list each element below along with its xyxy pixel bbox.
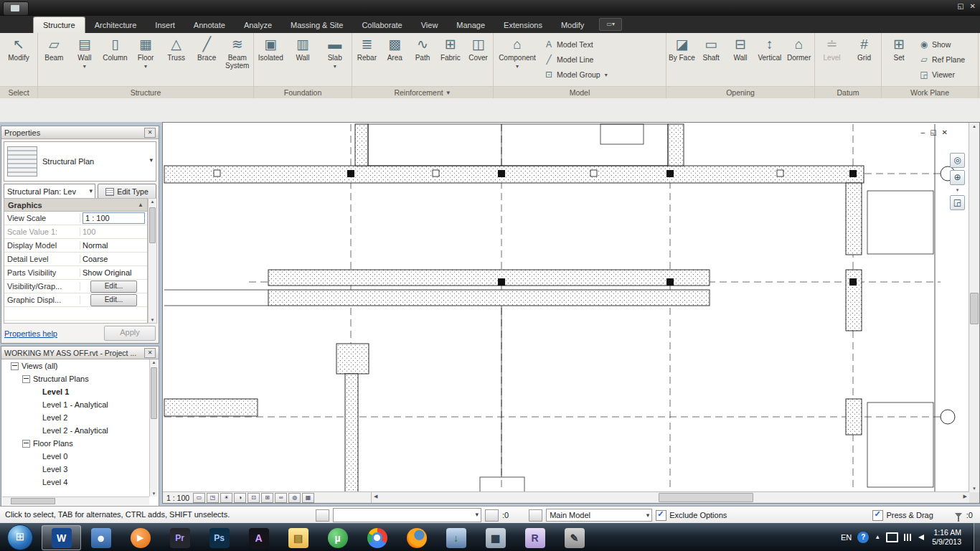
tree-item-level-2-analytical[interactable]: Level 2 - Analytical <box>2 424 149 437</box>
photoshop-taskbar-button[interactable]: Ps <box>199 525 239 550</box>
walls[interactable] <box>164 124 864 492</box>
project-browser-close-icon[interactable]: ✕ <box>144 348 156 358</box>
help-icon[interactable]: ? <box>857 532 869 543</box>
show-work-plane-button[interactable]: ◉ Show <box>915 37 969 52</box>
exclude-options-checkbox[interactable]: Exclude Options <box>656 510 727 521</box>
tree-item-floor-plans[interactable]: Floor Plans <box>2 437 149 450</box>
view-close-icon[interactable]: ✕ <box>942 128 948 136</box>
truss-button[interactable]: △ Truss <box>161 34 192 85</box>
panel-label-model[interactable]: Model <box>494 86 666 98</box>
detail-level-icon[interactable]: ▭ <box>193 493 205 503</box>
idm-taskbar-button[interactable]: ↓ <box>436 525 476 550</box>
scroll-down-icon[interactable]: ▼ <box>149 318 156 322</box>
properties-header[interactable]: Properties ✕ <box>1 126 159 139</box>
tab-manage[interactable]: Manage <box>447 17 494 33</box>
scroll-up-icon[interactable]: ▲ <box>969 124 979 128</box>
volume-icon[interactable] <box>918 534 924 540</box>
shadows-icon[interactable]: ◑ <box>234 493 246 503</box>
visual-style-icon[interactable]: ◳ <box>207 493 219 503</box>
sun-path-icon[interactable]: ☀ <box>220 493 232 503</box>
browser-hscrollbar[interactable] <box>2 496 149 505</box>
section-graphics[interactable]: Graphics ▲ <box>4 199 147 212</box>
tree-item-level-1-analytical[interactable]: Level 1 - Analytical <box>2 398 149 411</box>
beam-button[interactable]: ▱ Beam <box>39 34 70 85</box>
properties-close-icon[interactable]: ✕ <box>144 128 156 138</box>
scroll-left-icon[interactable]: ◀ <box>374 494 377 499</box>
cover-button[interactable]: ◫ Cover <box>464 34 492 85</box>
properties-scrollbar[interactable]: ▲ ▼ <box>148 198 157 324</box>
tree-item-level-4[interactable]: Level 4 <box>2 476 149 489</box>
area-reinforcement-button[interactable]: ▩ Area <box>381 34 409 85</box>
shaft-button[interactable]: ▭ Shaft <box>697 34 726 85</box>
scroll-down-icon[interactable]: ▼ <box>969 486 979 491</box>
tab-modify[interactable]: Modify <box>552 17 593 33</box>
display-icon[interactable] <box>886 532 898 542</box>
tab-insert[interactable]: Insert <box>146 17 184 33</box>
tree-item-structural-plans[interactable]: Structural Plans <box>2 372 149 385</box>
view-scale-input[interactable]: 1 : 100 <box>83 212 145 224</box>
slab-button[interactable]: ▬ Slab <box>319 34 351 85</box>
steering-wheel-icon[interactable]: ◎ <box>950 153 965 168</box>
ref-plane-button[interactable]: ▱ Ref Plane <box>915 52 969 67</box>
clock[interactable]: 1:16 AM 5/9/2013 <box>932 528 961 547</box>
tab-massing-site[interactable]: Massing & Site <box>281 17 352 33</box>
tab-annotate[interactable]: Annotate <box>184 17 235 33</box>
property-row[interactable]: Scale Value 1: 100 <box>4 225 147 239</box>
scroll-right-icon[interactable]: ▶ <box>963 494 967 499</box>
set-work-plane-button[interactable]: ⊞ Set <box>882 34 915 85</box>
view-minimize-icon[interactable]: – <box>921 128 925 136</box>
property-row[interactable]: Detail Level Coarse <box>4 253 147 266</box>
collapse-box-icon[interactable] <box>11 362 19 370</box>
design-option-combo[interactable]: Main Model <box>546 509 652 522</box>
beam-system-button[interactable]: ≋ Beam System <box>222 34 253 85</box>
tab-view[interactable]: View <box>412 17 448 33</box>
media-player-taskbar-button[interactable]: ▶ <box>121 525 160 550</box>
start-button[interactable]: ⊞ <box>7 524 33 550</box>
properties-help-link[interactable]: Properties help <box>4 329 57 338</box>
temp-hide-icon[interactable]: ∞ <box>275 493 287 503</box>
language-indicator[interactable]: EN <box>841 533 852 542</box>
edit-type-button[interactable]: Edit Type <box>98 184 156 199</box>
scroll-up-icon[interactable]: ▲ <box>150 360 158 364</box>
tree-item-level-0[interactable]: Level 0 <box>2 450 149 463</box>
viewer-button[interactable]: ◲ Viewer <box>915 67 969 83</box>
level-button[interactable]: ≐ Level <box>816 34 848 85</box>
zoom-icon[interactable]: ⊕ <box>950 170 965 185</box>
modify-button[interactable]: ↖ Modify <box>1 34 37 85</box>
worksets-icon[interactable] <box>316 509 329 522</box>
workset-combo[interactable] <box>333 508 481 522</box>
analytical-model-icon[interactable]: ▦ <box>302 493 314 503</box>
model-group-button[interactable]: ⊡ Model Group <box>540 67 611 83</box>
canvas-vscrollbar[interactable]: ▲ ▼ <box>969 123 979 492</box>
crop-region-icon[interactable]: ⊞ <box>261 493 273 503</box>
model-text-button[interactable]: A Model Text <box>540 37 611 52</box>
panel-label-work-plane[interactable]: Work Plane <box>882 86 978 98</box>
apply-button[interactable]: Apply <box>104 326 156 341</box>
isolated-foundation-button[interactable]: ▣ Isolated <box>255 34 287 85</box>
checkbox-checked-icon[interactable] <box>656 510 666 521</box>
tab-architecture[interactable]: Architecture <box>85 17 146 33</box>
collapse-box-icon[interactable] <box>22 440 30 448</box>
canvas-hscrollbar[interactable]: ◀ ▶ <box>372 492 969 503</box>
collapse-section-icon[interactable]: ▲ <box>138 202 143 208</box>
property-row[interactable]: Visibility/Grap... Edit... <box>4 280 147 293</box>
path-reinforcement-button[interactable]: ∿ Path <box>409 34 437 85</box>
property-row[interactable]: Graphic Displ... Edit... <box>4 293 147 307</box>
panel-label-opening[interactable]: Opening <box>666 86 814 98</box>
application-menu-button[interactable] <box>3 1 29 16</box>
tree-item-level-1[interactable]: Level 1 <box>2 385 149 398</box>
component-button[interactable]: ⌂ Component <box>494 34 540 85</box>
tab-collaborate[interactable]: Collaborate <box>352 17 411 33</box>
column-button[interactable]: ▯ Column <box>100 34 131 85</box>
columns[interactable] <box>347 170 857 286</box>
panel-label-reinforcement[interactable]: Reinforcement▼ <box>352 86 493 98</box>
firefox-taskbar-button[interactable] <box>397 525 436 550</box>
window-close-icon[interactable]: ✕ <box>970 2 976 10</box>
fabric-button[interactable]: ⊞ Fabric <box>436 34 464 85</box>
tree-item-level-2[interactable]: Level 2 <box>2 411 149 424</box>
filter-icon[interactable] <box>955 513 962 517</box>
panel-label-datum[interactable]: Datum <box>815 86 881 98</box>
utorrent-taskbar-button[interactable]: µ <box>318 525 357 550</box>
property-row[interactable]: Display Model Normal <box>4 239 147 253</box>
editable-only-icon[interactable] <box>485 509 499 522</box>
